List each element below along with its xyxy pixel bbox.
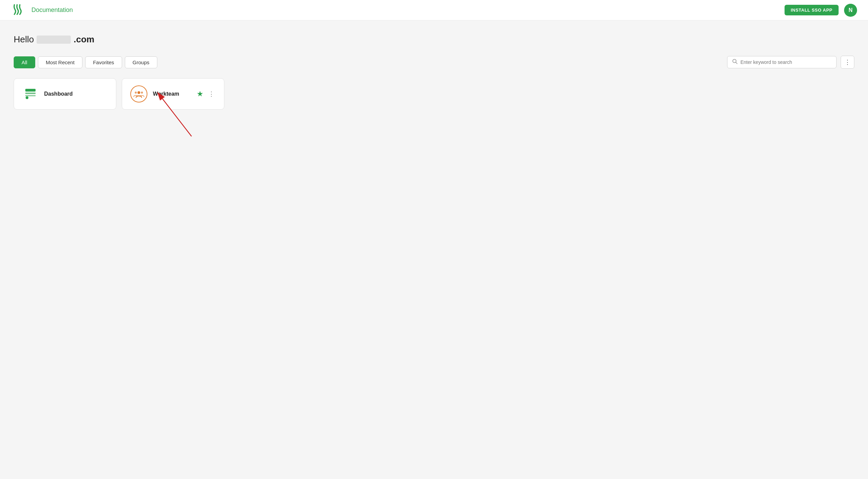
svg-point-5 — [26, 96, 28, 99]
tabs-bar: All Most Recent Favorites Groups — [14, 56, 157, 68]
tab-groups[interactable]: Groups — [125, 56, 157, 68]
svg-rect-3 — [25, 93, 36, 94]
svg-point-6 — [137, 91, 140, 94]
search-icon — [732, 59, 738, 66]
workteam-icon — [130, 85, 147, 102]
header-right: INSTALL SSO APP N — [785, 4, 857, 17]
app-header: Documentation INSTALL SSO APP N — [0, 0, 868, 20]
workteam-card[interactable]: Workteam ★ ⋮ — [122, 78, 224, 110]
more-options-button[interactable]: ⋮ — [841, 56, 854, 69]
workteam-card-actions: ★ ⋮ — [197, 89, 216, 99]
workteam-more-options-button[interactable]: ⋮ — [207, 89, 216, 99]
dashboard-card[interactable]: Dashboard — [14, 78, 116, 110]
toolbar: All Most Recent Favorites Groups ⋮ — [14, 56, 854, 69]
svg-point-8 — [141, 92, 143, 94]
main-content: Hello .com All Most Recent Favorites Gro… — [0, 20, 868, 110]
search-input[interactable] — [740, 59, 831, 65]
greeting-domain: .com — [74, 34, 94, 45]
install-sso-button[interactable]: INSTALL SSO APP — [785, 5, 839, 15]
svg-rect-2 — [25, 89, 36, 92]
workteam-card-label: Workteam — [153, 91, 179, 97]
logo-icon — [11, 2, 26, 18]
tab-most-recent[interactable]: Most Recent — [38, 56, 82, 68]
tab-favorites[interactable]: Favorites — [85, 56, 122, 68]
search-area: ⋮ — [727, 56, 854, 69]
cards-grid: Dashboard — [14, 78, 854, 110]
dashboard-icon — [22, 86, 39, 102]
workteam-card-left: Workteam — [130, 85, 179, 102]
svg-point-7 — [135, 92, 137, 94]
header-left: Documentation — [11, 2, 73, 18]
hello-text: Hello — [14, 34, 34, 45]
greeting: Hello .com — [14, 34, 854, 45]
favorite-star-icon[interactable]: ★ — [197, 90, 203, 98]
tab-all[interactable]: All — [14, 56, 35, 68]
user-name-placeholder — [37, 36, 71, 44]
nav-title: Documentation — [31, 6, 73, 14]
cards-container: Dashboard — [14, 78, 854, 110]
avatar[interactable]: N — [844, 4, 857, 17]
svg-line-1 — [736, 63, 737, 64]
dashboard-card-label: Dashboard — [44, 91, 73, 97]
search-box — [727, 56, 837, 68]
svg-rect-4 — [25, 95, 36, 96]
